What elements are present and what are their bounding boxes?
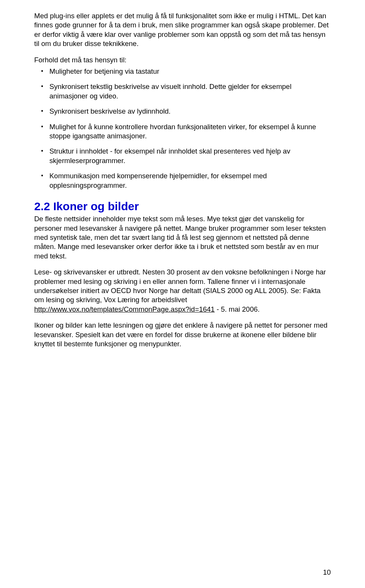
list-item: Muligheter for betjening via tastatur (34, 67, 331, 76)
page-number: 10 (323, 568, 331, 577)
section-p2-post: - 5. mai 2006. (215, 305, 260, 313)
section-heading: 2.2 Ikoner og bilder (34, 200, 331, 213)
intro-paragraph-2: Forhold det må tas hensyn til: (34, 55, 331, 65)
list-item: Mulighet for å kunne kontrollere hvordan… (34, 122, 331, 141)
list-item: Synkronisert beskrivelse av lydinnhold. (34, 107, 331, 116)
reference-link[interactable]: http://www.vox.no/templates/CommonPage.a… (34, 305, 215, 313)
section-paragraph-2: Lese- og skrivevansker er utbredt. Neste… (34, 268, 331, 314)
intro-paragraph-1: Med plug-ins eller applets er det mulig … (34, 11, 331, 49)
list-item: Synkronisert tekstlig beskrivelse av vis… (34, 82, 331, 101)
section-paragraph-3: Ikoner og bilder kan lette lesningen og … (34, 321, 331, 349)
section-p2-pre: Lese- og skrivevansker er utbredt. Neste… (34, 268, 326, 304)
section-paragraph-1: De fleste nettsider inneholder mye tekst… (34, 214, 331, 261)
considerations-list: Muligheter for betjening via tastatur Sy… (34, 67, 331, 190)
list-item: Kommunikasjon med kompenserende hjelpemi… (34, 171, 331, 190)
list-item: Struktur i innholdet - for eksempel når … (34, 147, 331, 165)
